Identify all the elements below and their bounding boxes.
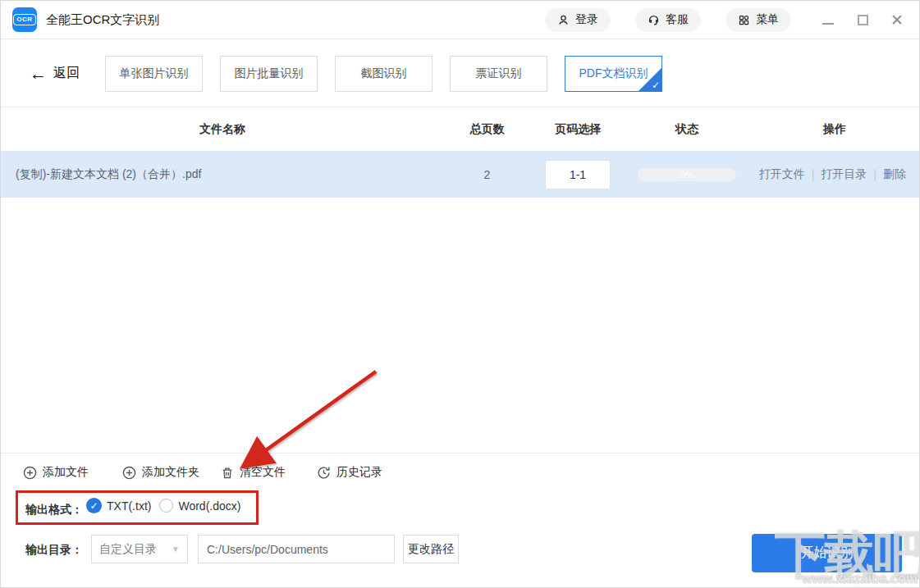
support-button[interactable]: 客服 [635, 8, 701, 32]
header-filename: 文件名称 [1, 108, 444, 151]
logo-text: OCR [13, 14, 35, 25]
tab-pdf-ocr[interactable]: PDF文档识别 ✓ [565, 56, 662, 92]
menu-button[interactable]: 菜单 [725, 8, 791, 32]
minimize-button[interactable] [821, 12, 835, 27]
add-file-button[interactable]: 添加文件 [23, 461, 89, 484]
maximize-button[interactable] [855, 12, 870, 27]
back-label: 返回 [53, 65, 80, 82]
change-path-label: 更改路径 [408, 542, 454, 557]
page-select-cell [538, 151, 617, 198]
tab-pdf-label: PDF文档识别 [579, 66, 648, 81]
mode-nav: ← 返回 单张图片识别 图片批量识别 截图识别 票证识别 PDF文档识别 ✓ [1, 40, 919, 107]
add-file-label: 添加文件 [43, 465, 89, 480]
header-status: 状态 [637, 108, 737, 151]
tab-screenshot-ocr[interactable]: 截图识别 [335, 56, 433, 92]
minimize-icon [822, 23, 834, 25]
back-button[interactable]: ← 返回 [30, 65, 80, 82]
file-table-header: 文件名称 总页数 页码选择 状态 操作 [1, 108, 919, 151]
dir-type-select[interactable]: 自定义目录 ▼ [91, 535, 188, 563]
close-button[interactable]: ✕ [890, 12, 904, 27]
open-file-link[interactable]: 打开文件 [759, 167, 805, 182]
start-recognition-button[interactable]: 开始识别 [752, 534, 902, 572]
file-name: (复制)-新建文本文档 (2)（合并）.pdf [16, 151, 442, 198]
history-clock-icon [317, 466, 331, 480]
row-actions: 打开文件 | 打开目录 | 删除 [759, 151, 906, 198]
plus-circle-icon [23, 466, 37, 480]
mode-tabs: 单张图片识别 图片批量识别 截图识别 票证识别 PDF文档识别 ✓ [105, 56, 662, 92]
support-label: 客服 [666, 12, 689, 27]
history-button[interactable]: 历史记录 [317, 461, 382, 484]
radio-txt-label: TXT(.txt) [107, 499, 151, 513]
titlebar-actions: 登录 客服 菜单 ✕ [545, 8, 908, 32]
clear-files-button[interactable]: 清空文件 [221, 461, 286, 484]
trash-icon [221, 466, 234, 480]
header-page-select: 页码选择 [538, 108, 617, 151]
radio-word-label: Word(.docx) [178, 499, 240, 513]
radio-checked-icon: ✓ [86, 498, 102, 513]
open-folder-link[interactable]: 打开目录 [821, 167, 867, 182]
progress-label: 0% [680, 170, 693, 180]
separator: | [812, 168, 815, 181]
history-label: 历史记录 [336, 465, 382, 480]
tab-single-image-ocr[interactable]: 单张图片识别 [105, 56, 203, 92]
watermark-url: www.xiazaiba.com [802, 572, 918, 586]
file-total-pages: 2 [448, 151, 526, 198]
menu-label: 菜单 [756, 12, 779, 27]
change-path-button[interactable]: 更改路径 [403, 535, 459, 563]
header-total-pages: 总页数 [448, 108, 526, 151]
header-actions: 操作 [785, 108, 885, 151]
separator: | [873, 168, 877, 181]
tab-ticket-ocr[interactable]: 票证识别 [450, 56, 547, 92]
tab-batch-image-ocr[interactable]: 图片批量识别 [220, 56, 318, 92]
red-arrow-annotation [231, 362, 387, 476]
login-label: 登录 [575, 12, 598, 27]
app-logo-icon: OCR [12, 7, 37, 32]
output-dir-label: 输出目录： [25, 543, 83, 558]
radio-word[interactable]: Word(.docx) [159, 499, 240, 513]
titlebar: OCR 全能王OCR文字识别 登录 客服 [1, 1, 919, 39]
window-controls: ✕ [821, 12, 908, 27]
app-title: 全能王OCR文字识别 [46, 12, 159, 28]
close-icon: ✕ [890, 12, 904, 28]
add-folder-button[interactable]: 添加文件夹 [122, 461, 199, 484]
headset-icon [648, 14, 660, 26]
table-row: (复制)-新建文本文档 (2)（合并）.pdf 2 0% 打开文件 | 打开目录… [1, 151, 919, 198]
radio-txt[interactable]: ✓ TXT(.txt) [86, 498, 151, 513]
add-folder-label: 添加文件夹 [142, 465, 199, 480]
output-path-input[interactable] [198, 535, 395, 563]
chevron-down-icon: ▼ [172, 545, 180, 554]
delete-link[interactable]: 删除 [883, 167, 906, 182]
toolbar-divider [1, 453, 919, 454]
plus-circle-icon [122, 466, 136, 480]
radio-unchecked-icon [159, 499, 173, 513]
maximize-icon [858, 15, 868, 25]
output-format-options: ✓ TXT(.txt) Word(.docx) [86, 498, 240, 513]
login-button[interactable]: 登录 [545, 8, 611, 32]
selected-check-icon: ✓ [652, 80, 660, 91]
dir-type-value: 自定义目录 [99, 542, 157, 557]
grid-menu-icon [738, 14, 750, 26]
page-range-input[interactable] [545, 160, 611, 189]
user-icon [557, 14, 570, 26]
progress-bar: 0% [638, 168, 736, 181]
clear-files-label: 清空文件 [240, 465, 286, 480]
back-arrow-icon: ← [30, 65, 47, 82]
app-window: OCR 全能王OCR文字识别 登录 客服 [0, 0, 920, 588]
status-cell: 0% [637, 151, 737, 198]
output-format-label: 输出格式： [25, 503, 83, 517]
